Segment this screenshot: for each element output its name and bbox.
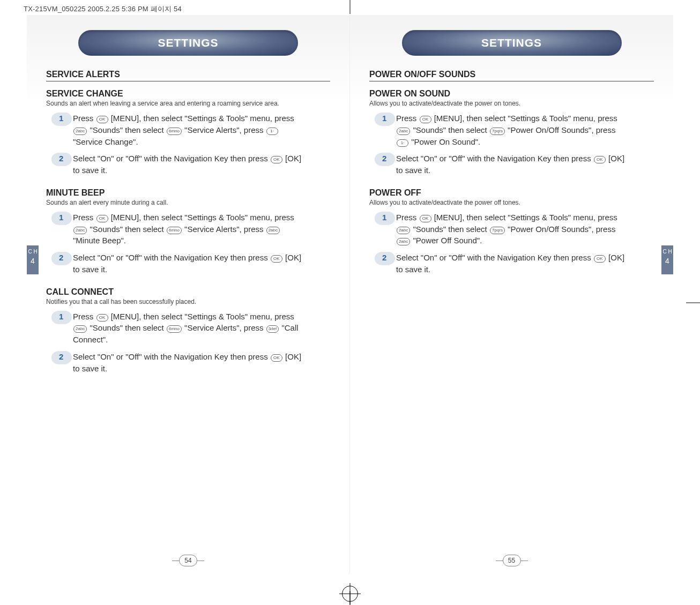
keycap-icon: 7pqrs <box>490 128 505 135</box>
step-text: Select "On" or "Off" with the Navigation… <box>73 153 303 176</box>
step-text: Select "On" or "Off" with the Navigation… <box>396 153 627 176</box>
step-number: 2 <box>59 253 63 262</box>
section-title: SERVICE ALERTS <box>46 70 330 81</box>
page-left: SETTINGS SERVICE ALERTS SERVICE CHANGESo… <box>27 15 350 573</box>
step-number-badge: 2 <box>51 153 66 166</box>
step-number: 1 <box>59 213 63 222</box>
step: 1Press OK [MENU], then select "Settings … <box>51 113 330 147</box>
page-spread: SETTINGS SERVICE ALERTS SERVICE CHANGESo… <box>27 15 673 573</box>
chapter-tab-number: 4 <box>661 257 673 265</box>
step-number-badge: 1 <box>51 311 66 324</box>
instruction-block: POWER ON SOUNDAllows you to activate/dea… <box>369 89 654 176</box>
page-number: 55 <box>503 555 521 566</box>
keycap-icon: OK <box>594 255 606 263</box>
step: 2Select "On" or "Off" with the Navigatio… <box>375 153 654 176</box>
chapter-tab-number: 4 <box>27 257 39 265</box>
step-number-badge: 1 <box>51 212 66 225</box>
page-header-title: SETTINGS <box>481 36 542 49</box>
step: 1Press OK [MENU], then select "Settings … <box>51 311 330 346</box>
keycap-icon: 2abc <box>266 227 280 234</box>
registration-mark-icon <box>342 586 358 602</box>
page-header-title: SETTINGS <box>158 36 218 49</box>
keycap-icon: OK <box>420 116 431 123</box>
step-number-badge: 2 <box>375 153 390 166</box>
step-text: Press OK [MENU], then select "Settings &… <box>396 113 627 147</box>
step-text: Select "On" or "Off" with the Navigation… <box>396 252 627 275</box>
step-number-badge: 2 <box>51 351 66 364</box>
block-description: Notifies you that a call has been succes… <box>46 298 282 305</box>
keycap-icon: OK <box>271 354 282 362</box>
block-description: Sounds an alert every minute during a ca… <box>46 199 282 206</box>
keycap-icon: OK <box>271 156 282 163</box>
block-subhead: CALL CONNECT <box>46 287 330 297</box>
keycap-icon: 6mno <box>167 227 182 234</box>
keycap-icon: 2abc <box>73 128 87 135</box>
block-subhead: POWER ON SOUND <box>369 89 654 99</box>
chapter-tab-label: C H <box>662 249 672 255</box>
instruction-block: POWER OFFAllows you to activate/deactiva… <box>369 188 654 275</box>
block-subhead: SERVICE CHANGE <box>46 89 330 99</box>
keycap-icon: OK <box>96 116 108 123</box>
step-text: Press OK [MENU], then select "Settings &… <box>73 311 303 346</box>
chapter-tab: C H 4 <box>27 245 39 274</box>
step-number-badge: 1 <box>51 113 66 125</box>
crop-mark-icon <box>350 0 351 14</box>
crop-mark-icon <box>686 302 700 303</box>
step-number: 2 <box>59 154 63 163</box>
page-header-pill: SETTINGS <box>78 30 298 56</box>
keycap-icon: 2abc <box>73 325 87 333</box>
step-number: 1 <box>59 312 63 321</box>
keycap-icon: 3def <box>266 325 279 333</box>
chapter-tab-label: C H <box>28 249 37 255</box>
step-text: Press OK [MENU], then select "Settings &… <box>73 113 303 147</box>
step: 2Select "On" or "Off" with the Navigatio… <box>51 252 330 275</box>
keycap-icon: 7pqrs <box>490 227 505 234</box>
page-header-pill: SETTINGS <box>402 30 622 56</box>
step-number: 1 <box>382 213 386 222</box>
block-description: Allows you to activate/deactivate the po… <box>369 199 605 206</box>
instruction-block: CALL CONNECTNotifies you that a call has… <box>46 287 330 375</box>
step-number-badge: 2 <box>375 252 390 265</box>
keycap-icon: OK <box>594 156 606 163</box>
block-description: Allows you to activate/deactivate the po… <box>369 100 605 107</box>
step: 1Press OK [MENU], then select "Settings … <box>51 212 330 247</box>
step: 2Select "On" or "Off" with the Navigatio… <box>51 153 330 176</box>
instruction-block: MINUTE BEEPSounds an alert every minute … <box>46 188 330 275</box>
keycap-icon: 2abc <box>397 227 410 234</box>
page-number: 54 <box>179 555 197 566</box>
block-description: Sounds an alert when leaving a service a… <box>46 100 282 107</box>
content-left: SERVICE CHANGESounds an alert when leavi… <box>46 89 330 374</box>
step: 1Press OK [MENU], then select "Settings … <box>375 113 654 147</box>
step: 1Press OK [MENU], then select "Settings … <box>375 212 654 247</box>
step-text: Press OK [MENU], then select "Settings &… <box>396 212 627 247</box>
keycap-icon: 1· <box>266 128 278 135</box>
instruction-block: SERVICE CHANGESounds an alert when leavi… <box>46 89 330 176</box>
content-right: POWER ON SOUNDAllows you to activate/dea… <box>369 89 654 275</box>
step-number: 1 <box>59 114 63 123</box>
step-number-badge: 2 <box>51 252 66 265</box>
keycap-icon: OK <box>96 215 108 222</box>
step-number: 2 <box>382 154 386 163</box>
keycap-icon: 2abc <box>397 238 410 245</box>
keycap-icon: OK <box>271 255 282 263</box>
keycap-icon: 6mno <box>167 325 182 333</box>
page-right: SETTINGS POWER ON/OFF SOUNDS POWER ON SO… <box>350 15 673 573</box>
step-number-badge: 1 <box>375 113 390 125</box>
step-text: Press OK [MENU], then select "Settings &… <box>73 212 303 247</box>
keycap-icon: 1· <box>397 139 408 147</box>
keycap-icon: 6mno <box>167 128 182 135</box>
step-text: Select "On" or "Off" with the Navigation… <box>73 252 303 275</box>
chapter-tab: C H 4 <box>661 245 673 274</box>
step-number-badge: 1 <box>375 212 390 225</box>
step-text: Select "On" or "Off" with the Navigation… <box>73 351 303 375</box>
keycap-icon: 2abc <box>73 227 87 234</box>
step-number: 1 <box>382 114 386 123</box>
step: 2Select "On" or "Off" with the Navigatio… <box>51 351 330 375</box>
section-title: POWER ON/OFF SOUNDS <box>369 70 654 81</box>
keycap-icon: 2abc <box>397 128 410 135</box>
step-number: 2 <box>382 253 386 262</box>
step: 2Select "On" or "Off" with the Navigatio… <box>375 252 654 275</box>
keycap-icon: OK <box>96 314 108 322</box>
block-subhead: POWER OFF <box>369 188 654 198</box>
block-subhead: MINUTE BEEP <box>46 188 330 198</box>
